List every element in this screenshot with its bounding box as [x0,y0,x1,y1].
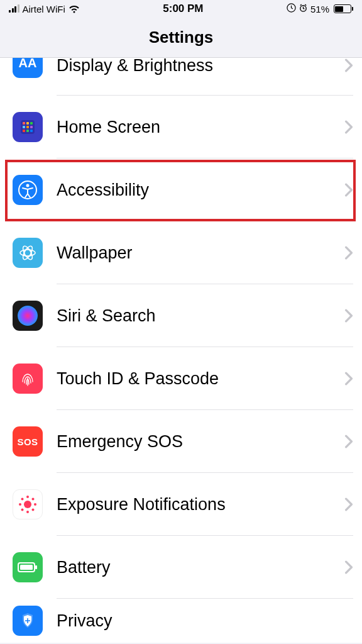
svg-rect-30 [35,565,37,569]
row-label: Exposure Notifications [57,495,344,514]
svg-rect-5 [30,122,33,125]
row-label: Display & Brightness [57,58,344,75]
svg-point-24 [21,498,24,501]
svg-point-19 [24,501,31,508]
fingerprint-icon [13,364,43,394]
accessibility-icon [13,175,43,205]
row-label: Home Screen [57,118,344,137]
svg-point-18 [18,306,38,326]
privacy-icon [13,606,43,636]
row-accessibility[interactable]: Accessibility [0,158,362,221]
svg-rect-7 [26,126,29,128]
svg-point-25 [32,498,35,501]
chevron-right-icon [344,246,353,260]
nav-header: Settings [0,18,362,58]
signal-icon [9,5,19,13]
chevron-right-icon [344,120,353,134]
svg-rect-10 [26,130,29,132]
exposure-icon [13,489,43,519]
svg-rect-3 [23,122,25,125]
svg-rect-29 [20,565,33,570]
row-label: Battery [57,558,344,577]
svg-rect-4 [26,122,29,125]
svg-rect-8 [30,126,33,128]
chevron-right-icon [344,435,353,448]
row-label: Privacy [57,611,353,631]
wifi-icon [69,4,80,13]
svg-rect-11 [30,130,33,132]
row-privacy[interactable]: Privacy [0,599,362,643]
svg-point-22 [19,503,21,506]
svg-rect-6 [23,126,25,128]
chevron-right-icon [344,560,353,574]
row-label: Emergency SOS [57,432,344,452]
row-label: Accessibility [57,180,344,200]
chevron-right-icon [344,183,353,197]
row-battery[interactable]: Battery [0,536,362,599]
battery-icon [334,4,353,13]
row-label: Wallpaper [57,243,344,263]
status-right: 51% [287,3,353,15]
chevron-right-icon [344,372,353,386]
status-time: 5:00 PM [163,3,203,15]
svg-point-23 [34,503,36,506]
battery-settings-icon [13,552,43,582]
alarm-icon [299,3,308,15]
svg-point-15 [20,250,35,256]
row-exposure-notifications[interactable]: Exposure Notifications [0,473,362,536]
svg-point-20 [26,496,29,498]
row-emergency-sos[interactable]: SOS Emergency SOS [0,410,362,473]
wallpaper-icon [13,238,43,268]
lock-rotation-icon [287,3,296,15]
chevron-right-icon [344,58,353,72]
row-label: Touch ID & Passcode [57,369,344,389]
chevron-right-icon [344,497,353,511]
row-label: Siri & Search [57,306,344,326]
chevron-right-icon [344,309,353,323]
settings-list: AA Display & Brightness Home Screen Acce… [0,58,362,643]
svg-point-26 [21,509,24,511]
siri-icon [13,301,43,331]
svg-point-13 [26,184,30,187]
display-icon: AA [13,58,43,78]
row-home-screen[interactable]: Home Screen [0,96,362,158]
battery-fill [335,6,343,12]
battery-percent: 51% [310,4,329,14]
sos-icon: SOS [13,426,43,457]
row-siri-search[interactable]: Siri & Search [0,284,362,347]
svg-point-27 [32,509,35,511]
row-display-brightness[interactable]: AA Display & Brightness [0,58,362,96]
sos-icon-text: SOS [17,436,38,447]
home-screen-icon [13,112,43,142]
status-bar: Airtel WiFi 5:00 PM 51% [0,0,362,18]
status-left: Airtel WiFi [9,4,80,14]
svg-rect-9 [23,130,25,132]
carrier-label: Airtel WiFi [23,4,65,14]
page-title: Settings [0,28,362,47]
row-wallpaper[interactable]: Wallpaper [0,221,362,284]
svg-point-21 [26,511,29,513]
row-touchid-passcode[interactable]: Touch ID & Passcode [0,347,362,410]
